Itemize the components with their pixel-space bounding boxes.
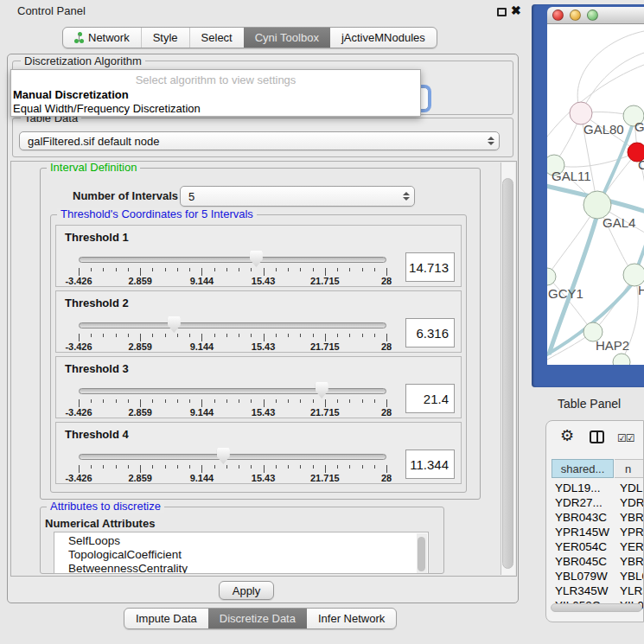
tab-cyni-toolbox[interactable]: Cyni Toolbox <box>244 28 330 48</box>
tab-cyni-toolbox-label: Cyni Toolbox <box>255 31 319 44</box>
combo-stepper-icon[interactable] <box>483 137 499 145</box>
tick-mark <box>189 268 190 271</box>
network-canvas[interactable]: GAL80 GA C GAL11 GAL4 GCY1 H HAP2 <box>547 24 644 365</box>
threshold-2-value-field[interactable] <box>405 318 455 348</box>
threshold-3-slider[interactable]: -3.4262.8599.14415.4321.71528 <box>79 357 386 419</box>
threshold-3-value-field[interactable] <box>405 384 455 413</box>
table-row[interactable]: YDL19...YDL1 <box>546 481 644 496</box>
dropdown-option-equal-width[interactable]: Equal Width/Frequency Discretization <box>13 102 420 115</box>
threshold-4-slider[interactable]: -3.4262.8599.14415.4321.71528 <box>79 423 386 485</box>
zoom-traffic-light-icon[interactable] <box>587 10 598 21</box>
node-bottom[interactable] <box>613 354 630 365</box>
tab-network-label: Network <box>88 31 130 44</box>
tick-mark <box>79 334 80 341</box>
tick-mark <box>152 334 153 337</box>
list-scrollbar[interactable] <box>417 533 427 574</box>
checkbox-columns-icon[interactable]: ☑☑ <box>617 432 634 444</box>
list-item[interactable]: BetweennessCentrality <box>68 562 188 574</box>
slider-thumb[interactable] <box>250 251 263 267</box>
float-window-icon[interactable] <box>497 8 507 16</box>
tick-mark <box>152 399 153 403</box>
horizontal-scrollbar-thumb[interactable] <box>551 603 642 612</box>
node-gcy1[interactable] <box>547 268 556 285</box>
column-header-name[interactable]: n <box>615 459 644 478</box>
tab-discretize-data-label: Discretize Data <box>220 612 296 625</box>
apply-button[interactable]: Apply <box>219 581 274 600</box>
tick-label: -3.426 <box>65 341 92 352</box>
table-row[interactable]: YBR043CYBR0 <box>546 511 644 526</box>
tick-mark <box>152 465 153 469</box>
combo-stepper-icon[interactable] <box>399 192 414 201</box>
tick-mark <box>374 334 375 337</box>
slider-thumb[interactable] <box>168 316 181 333</box>
minimize-traffic-light-icon[interactable] <box>570 10 581 21</box>
tick-mark <box>325 399 326 407</box>
close-traffic-light-icon[interactable] <box>552 10 564 21</box>
vertical-scrollbar-thumb[interactable] <box>502 178 513 569</box>
tick-label: -3.426 <box>65 276 92 286</box>
number-of-intervals-combobox[interactable]: 5 <box>180 186 415 207</box>
tick-mark <box>128 465 129 469</box>
threshold-1-slider[interactable]: -3.4262.8599.14415.4321.71528 <box>79 226 386 288</box>
attributes-group-label: Attributes to discretize <box>47 501 164 513</box>
slider-track[interactable] <box>79 388 386 394</box>
tick-mark <box>214 465 215 469</box>
list-scrollbar-thumb[interactable] <box>418 537 425 571</box>
threshold-2-slider[interactable]: -3.4262.8599.14415.4321.71528 <box>79 291 386 354</box>
table-row[interactable]: YLR345WYLR3 <box>546 584 644 599</box>
threshold-4-row: Threshold 4 -3.4262.8599.14415.4321.7152… <box>55 422 462 484</box>
network-view-window: GAL80 GA C GAL11 GAL4 GCY1 H HAP2 <box>547 7 644 365</box>
tick-label: 2.859 <box>128 407 152 418</box>
list-item[interactable]: SelfLoops <box>68 534 120 547</box>
numerical-attributes-list[interactable]: SelfLoops TopologicalCoefficient Between… <box>54 532 429 574</box>
tab-discretize-data[interactable]: Discretize Data <box>208 609 307 628</box>
tab-style[interactable]: Style <box>141 28 189 48</box>
tick-mark <box>140 268 141 276</box>
number-of-intervals-label: Number of Intervals <box>73 189 178 202</box>
slider-thumb[interactable] <box>316 382 328 399</box>
tab-select[interactable]: Select <box>189 28 244 48</box>
tab-network[interactable]: Network <box>63 28 141 48</box>
table-row[interactable]: YDR27...YDR2 <box>546 496 644 511</box>
table-panel-title: Table Panel <box>558 397 621 411</box>
list-item[interactable]: TopologicalCoefficient <box>68 548 182 561</box>
tab-infer-network[interactable]: Infer Network <box>307 609 396 628</box>
tab-impute-data[interactable]: Impute Data <box>124 609 208 628</box>
tick-mark <box>128 268 129 271</box>
table-row[interactable]: YBL079WYBL0 <box>546 570 644 584</box>
tab-jactivemnodules[interactable]: jActiveMNodules <box>330 28 437 48</box>
close-icon[interactable]: ✖ <box>511 3 521 17</box>
tab-infer-network-label: Infer Network <box>318 612 385 625</box>
tick-mark <box>300 399 301 403</box>
table-row[interactable]: YPR145WYPR1 <box>546 526 644 540</box>
table-row[interactable]: YBR045CYBR0 <box>546 555 644 570</box>
dropdown-option-manual[interactable]: Manual Discretization <box>13 88 420 101</box>
table-data-combobox[interactable]: galFiltered.sif default node <box>19 131 500 150</box>
gear-icon[interactable]: ⚙ <box>560 428 574 443</box>
tick-label: 21.715 <box>310 341 340 352</box>
network-icon <box>74 32 84 44</box>
node-label: C <box>638 157 644 172</box>
discretization-algorithm-label: Discretization Algorithm <box>21 55 145 67</box>
slider-track[interactable] <box>79 454 386 460</box>
threshold-1-value-field[interactable] <box>405 252 455 282</box>
column-header-shared[interactable]: shared... <box>552 459 614 478</box>
panel-title: Control Panel <box>17 4 86 17</box>
slider-track[interactable] <box>79 257 386 263</box>
slider-track[interactable] <box>79 322 386 328</box>
tick-mark <box>128 399 129 403</box>
tick-label: -3.426 <box>65 407 92 418</box>
network-window-titlebar[interactable] <box>547 7 644 24</box>
tick-mark <box>300 465 301 469</box>
threshold-4-value-field[interactable] <box>405 450 455 479</box>
tick-mark <box>201 465 202 473</box>
columns-icon[interactable] <box>590 430 604 443</box>
slider-ticks <box>79 268 386 276</box>
threshold-3-row: Threshold 3 -3.4262.8599.14415.4321.7152… <box>55 356 462 418</box>
slider-tick-labels: -3.4262.8599.14415.4321.71528 <box>79 341 386 352</box>
table-row[interactable]: YER054CYER0 <box>546 540 644 555</box>
tick-label: 21.715 <box>310 276 340 286</box>
tab-jactivemnodules-label: jActiveMNodules <box>341 31 425 44</box>
tick-label: 2.859 <box>128 276 152 286</box>
slider-thumb[interactable] <box>217 448 230 464</box>
